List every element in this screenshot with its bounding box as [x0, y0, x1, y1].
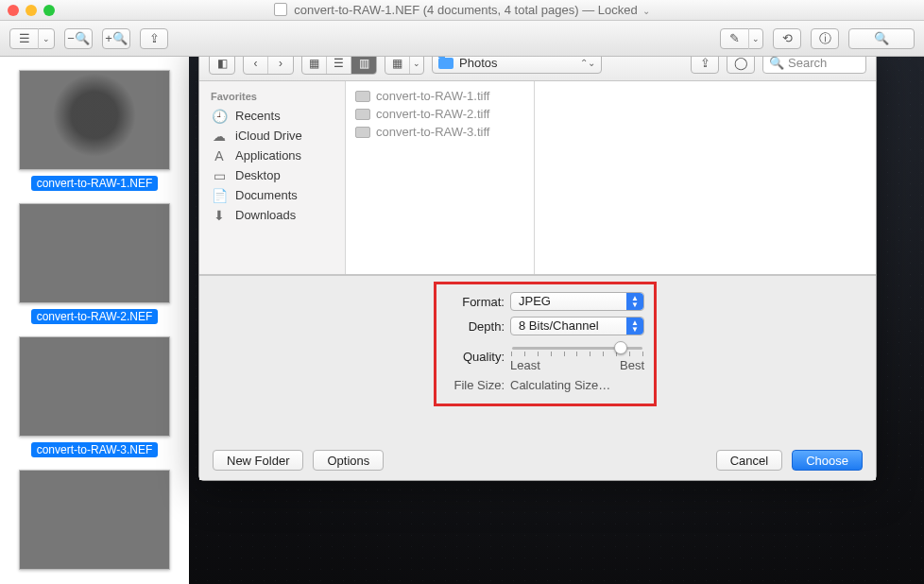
- quality-max-label: Best: [620, 358, 644, 372]
- thumbnail-image: [19, 203, 170, 303]
- file-column: convert-to-RAW-1.tiffconvert-to-RAW-2.ti…: [346, 81, 535, 274]
- sidebar-item-applications[interactable]: AApplications: [199, 146, 345, 165]
- locked-label[interactable]: — Locked: [582, 3, 638, 17]
- export-options-area: Format: JPEG ▲▼ Depth: 8 Bits/Channel ▲▼…: [199, 275, 876, 440]
- file-name: convert-to-RAW-3.tiff: [376, 125, 489, 139]
- save-dialog-sheet: ◧ ‹ › ▦ ☰ ▥ ▦ ⌄ Photos ⌃⌄ ⇪ ◯ 🔍 Search F: [198, 44, 877, 481]
- markup-icon: ✎: [721, 28, 749, 49]
- thumbnail-image: [19, 70, 170, 170]
- preview-pane: [535, 81, 876, 274]
- rotate-icon: ⟲: [782, 31, 793, 45]
- thumbnail-item[interactable]: [19, 470, 170, 570]
- markup-segment[interactable]: ✎⌄: [720, 28, 763, 49]
- file-row[interactable]: convert-to-RAW-1.tiff: [353, 87, 526, 105]
- file-row[interactable]: convert-to-RAW-3.tiff: [353, 123, 526, 141]
- document-proxy-icon[interactable]: [274, 3, 287, 16]
- thumbnail-image: [19, 470, 170, 570]
- filesize-value: Calculating Size…: [510, 378, 610, 392]
- zoom-in-button[interactable]: +🔍: [102, 28, 130, 49]
- search-icon: 🔍: [874, 31, 889, 45]
- sidebar-item-recents[interactable]: 🕘Recents: [199, 106, 345, 126]
- file-image-icon: [355, 91, 370, 102]
- apps-icon: A: [211, 149, 228, 163]
- quality-label: Quality:: [446, 350, 505, 364]
- file-image-icon: [355, 109, 370, 120]
- sidebar-item-label: Documents: [235, 188, 298, 202]
- window-title: convert-to-RAW-1.NEF (4 documents, 4 tot…: [294, 3, 578, 17]
- share-up-icon: ⇪: [700, 56, 710, 70]
- sidebar-toggle-icon[interactable]: ☰: [10, 28, 39, 49]
- file-name: convert-to-RAW-1.tiff: [376, 89, 489, 103]
- thumbnail-label: convert-to-RAW-1.NEF: [31, 176, 159, 191]
- quality-slider[interactable]: Least Best: [510, 341, 644, 372]
- select-stepper-icon: ▲▼: [626, 318, 643, 335]
- path-label: Photos: [459, 56, 497, 70]
- sidebar-item-desktop[interactable]: ▭Desktop: [199, 165, 345, 185]
- sidebar-item-documents[interactable]: 📄Documents: [199, 185, 345, 205]
- thumbnail-image: [19, 336, 170, 437]
- file-row[interactable]: convert-to-RAW-2.tiff: [353, 105, 526, 123]
- thumbnail-sidebar: convert-to-RAW-1.NEF convert-to-RAW-2.NE…: [0, 57, 189, 584]
- app-toolbar: ☰ ⌄ −🔍 +🔍 ⇪ ✎⌄ ⟲ ⓘ 🔍: [0, 21, 924, 57]
- desktop-icon: ▭: [211, 169, 228, 182]
- title-menu-chevron-icon[interactable]: ⌄: [642, 6, 650, 16]
- markup-chevron-icon: ⌄: [749, 28, 762, 49]
- downloads-icon: ⬇︎: [211, 209, 228, 222]
- highlighted-options-box: Format: JPEG ▲▼ Depth: 8 Bits/Channel ▲▼…: [434, 282, 657, 406]
- format-select[interactable]: JPEG ▲▼: [510, 292, 644, 311]
- file-image-icon: [355, 127, 370, 138]
- sidebar-item-label: iCloud Drive: [235, 129, 302, 143]
- window-titlebar: convert-to-RAW-1.NEF (4 documents, 4 tot…: [0, 0, 924, 21]
- info-button[interactable]: ⓘ: [811, 28, 839, 49]
- sidebar-section-header: Favorites: [199, 89, 345, 106]
- sidebar-item-label: Desktop: [235, 168, 281, 182]
- thumbnail-item[interactable]: convert-to-RAW-3.NEF: [19, 336, 170, 456]
- path-chevron-icon: ⌃⌄: [580, 58, 595, 68]
- thumbnail-item[interactable]: convert-to-RAW-1.NEF: [19, 70, 170, 190]
- sidebar-item-downloads[interactable]: ⬇︎Downloads: [199, 205, 345, 225]
- zoom-in-icon: +🔍: [105, 31, 128, 45]
- slider-thumb[interactable]: [614, 341, 627, 354]
- search-icon: 🔍: [769, 56, 784, 70]
- sidebar-menu-chevron-icon[interactable]: ⌄: [39, 28, 54, 49]
- zoom-out-button[interactable]: −🔍: [64, 28, 93, 49]
- share-button[interactable]: ⇪: [140, 28, 168, 49]
- sidebar-item-label: Recents: [235, 109, 281, 123]
- sidebar-item-label: Downloads: [235, 208, 296, 222]
- tag-icon: ◯: [734, 56, 748, 70]
- choose-button[interactable]: Choose: [792, 450, 863, 471]
- cloud-icon: ☁︎: [211, 129, 228, 143]
- thumbnail-item[interactable]: convert-to-RAW-2.NEF: [19, 203, 170, 323]
- info-icon: ⓘ: [819, 30, 831, 47]
- sheet-footer: New Folder Options Cancel Choose: [199, 440, 876, 480]
- sidebar-item-label: Applications: [235, 148, 301, 163]
- clock-icon: 🕘: [211, 110, 228, 123]
- thumbnail-label: convert-to-RAW-2.NEF: [31, 309, 159, 324]
- new-folder-button[interactable]: New Folder: [213, 450, 303, 471]
- sidebar-view-segment[interactable]: ☰ ⌄: [9, 28, 55, 49]
- select-stepper-icon: ▲▼: [626, 293, 643, 310]
- format-label: Format:: [446, 295, 505, 309]
- share-icon: ⇪: [149, 31, 160, 45]
- folder-icon: [438, 58, 453, 69]
- sidebar-item-icloud-drive[interactable]: ☁︎iCloud Drive: [199, 126, 345, 146]
- search-placeholder: Search: [788, 56, 827, 70]
- quality-min-label: Least: [510, 358, 540, 372]
- zoom-out-icon: −🔍: [67, 31, 90, 45]
- depth-select[interactable]: 8 Bits/Channel ▲▼: [510, 317, 644, 335]
- documents-icon: 📄: [211, 189, 228, 202]
- search-toolbar-button[interactable]: 🔍: [848, 28, 915, 49]
- rotate-button[interactable]: ⟲: [773, 28, 801, 49]
- depth-label: Depth:: [446, 319, 505, 334]
- finder-sidebar: Favorites 🕘Recents☁︎iCloud DriveAApplica…: [199, 81, 346, 274]
- filesize-label: File Size:: [446, 378, 505, 392]
- format-value: JPEG: [519, 294, 551, 308]
- cancel-button[interactable]: Cancel: [716, 450, 782, 471]
- options-button[interactable]: Options: [313, 450, 384, 471]
- file-name: convert-to-RAW-2.tiff: [376, 107, 489, 121]
- thumbnail-label: convert-to-RAW-3.NEF: [31, 442, 159, 457]
- depth-value: 8 Bits/Channel: [519, 318, 599, 333]
